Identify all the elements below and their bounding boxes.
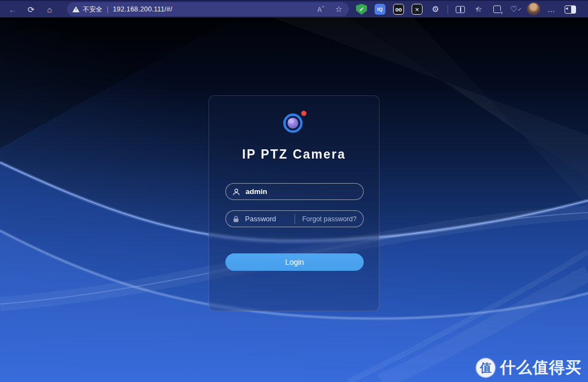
collections-icon[interactable]: +: [490, 2, 504, 16]
not-secure-warning-icon: !: [72, 7, 79, 13]
x-badge-extension-icon[interactable]: ×: [410, 2, 424, 16]
home-icon[interactable]: ⌂: [42, 2, 57, 16]
watermark-text: 什么值得买: [500, 357, 581, 379]
address-bar[interactable]: ! 不安全 | 192.168.200.111/#/ A” ☆: [67, 2, 349, 16]
login-button[interactable]: Login: [225, 253, 364, 271]
camera-logo-icon: [280, 109, 308, 135]
smzdm-logo-icon: 值: [476, 359, 495, 377]
browser-essentials-icon[interactable]: ♡✓: [509, 2, 523, 16]
password-field[interactable]: Forgot password?: [225, 210, 364, 227]
forgot-password-link[interactable]: Forgot password?: [295, 214, 357, 224]
page-title: IP PTZ Camera: [209, 147, 379, 162]
refresh-icon[interactable]: ⟳: [23, 2, 39, 16]
shield-extension-icon[interactable]: ✓: [354, 2, 369, 16]
profile-avatar[interactable]: [527, 3, 540, 16]
url-text[interactable]: 192.168.200.111/#/: [113, 5, 172, 13]
person-icon: [232, 188, 240, 196]
gear-extension-icon[interactable]: ⚙: [428, 2, 443, 16]
username-field[interactable]: [225, 183, 364, 200]
page-content: IP PTZ Camera Forgot password? Login: [0, 17, 588, 382]
read-aloud-icon[interactable]: A”: [314, 4, 327, 14]
username-input[interactable]: [244, 187, 357, 196]
security-status-label[interactable]: 不安全: [83, 5, 102, 14]
oo-badge-extension-icon[interactable]: oo: [391, 2, 406, 16]
blue-badge-extension-icon[interactable]: IQ: [373, 2, 387, 16]
settings-more-icon[interactable]: …: [544, 2, 559, 16]
browser-window: ← ⟳ ⌂ ! 不安全 | 192.168.200.111/#/ A” ☆ ✓ …: [0, 0, 588, 382]
browser-toolbar: ← ⟳ ⌂ ! 不安全 | 192.168.200.111/#/ A” ☆ ✓ …: [0, 0, 588, 17]
split-screen-icon[interactable]: [453, 2, 467, 16]
smzdm-watermark: 值 什么值得买: [476, 357, 581, 379]
login-card: IP PTZ Camera Forgot password? Login: [209, 95, 379, 311]
back-icon[interactable]: ←: [5, 2, 20, 16]
address-divider: |: [107, 5, 108, 13]
sidebar-toggle-icon[interactable]: ◂: [563, 2, 577, 16]
toolbar-divider: [448, 5, 448, 14]
add-favorite-star-icon[interactable]: ☆: [335, 4, 342, 14]
lock-icon: [232, 215, 240, 223]
password-input[interactable]: [244, 214, 290, 223]
favorites-icon[interactable]: ☆≡: [471, 2, 486, 16]
